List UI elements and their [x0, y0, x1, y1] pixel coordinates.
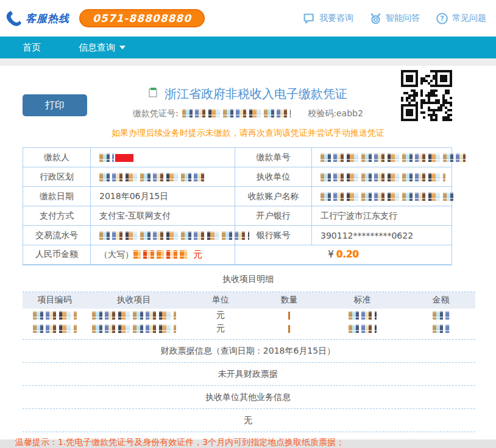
faq-label: 常见问题: [452, 13, 486, 24]
redacted-cell: [87, 322, 181, 335]
redacted-value: [321, 173, 445, 181]
unit-value: 元: [181, 309, 260, 322]
content: 打印 浙江省政府非税收入电子缴款凭证 缴款凭证号: 校验码:eabb2 如果办理…: [0, 66, 496, 439]
info-area: 财政票据信息（查询日期：2018年6月15日）未开具财政票据执收单位其他业务信息…: [0, 340, 496, 432]
field-value: 390112*********0622: [312, 226, 452, 245]
field-label: 开户银行: [235, 206, 312, 226]
voucher-no-label: 缴款凭证号:: [133, 108, 179, 118]
table-row: 人民币金额（大写）元¥0.20: [23, 245, 452, 265]
redacted-cell: [23, 309, 87, 322]
chevron-down-icon: [119, 46, 126, 49]
detail-column-header: 单位: [181, 292, 260, 309]
redacted-cell: [318, 309, 406, 322]
field-value: 工行宁波市江东支行: [312, 206, 452, 226]
detail-table: 项目编码执收项目单位数量标准金额 元元: [23, 292, 475, 335]
field-value: [91, 148, 235, 167]
nav-item-info-query[interactable]: 信息查询: [79, 42, 126, 54]
smart-qa-link[interactable]: 智能问答: [369, 12, 420, 25]
page: 客服热线 0571-88808880 我要咨询 智能问答: [0, 0, 496, 448]
robot-icon: [369, 12, 382, 25]
table-row: 支付方式支付宝-互联网支付开户银行工行宁波市江东支行: [23, 206, 452, 226]
chat-icon: [303, 12, 316, 25]
question-icon: ?: [436, 12, 448, 25]
info-row: 执收单位其他业务信息: [0, 386, 496, 408]
payment-table: 缴款人缴款单号行政区划执收单位缴款日期2018年06月15日收款账户名称支付方式…: [23, 147, 452, 265]
unit-value: 元: [181, 322, 260, 335]
field-value: 2018年06月15日: [91, 187, 235, 206]
redacted-cell: [406, 322, 475, 335]
field-label: 缴款人: [23, 148, 91, 167]
tip-text: 温馨提示：1.凭电子缴款凭证号及身份有效证件，3个月内可到指定地点换取纸质票据；: [15, 437, 496, 448]
amount-value: ¥0.20: [235, 245, 452, 265]
redacted-cell: [260, 309, 318, 322]
detail-header-row: 项目编码执收项目单位数量标准金额: [23, 292, 475, 309]
redacted-cell: [87, 309, 181, 322]
receipt-icon: [149, 87, 158, 97]
detail-column-header: 标准: [318, 292, 406, 309]
table-row: 缴款人缴款单号: [23, 148, 452, 167]
field-label: 缴款单号: [235, 148, 312, 167]
field-value: 支付宝-互联网支付: [91, 206, 235, 226]
nav-info-query-label: 信息查询: [79, 42, 115, 54]
field-value: [312, 167, 452, 187]
field-label: 收款账户名称: [235, 187, 312, 206]
consult-link[interactable]: 我要咨询: [303, 12, 353, 25]
hotline-label: 客服热线: [26, 12, 69, 26]
smart-qa-label: 智能问答: [386, 13, 420, 24]
detail-column-header: 项目编码: [23, 292, 87, 309]
detail-section-title: 执收项目明细: [0, 274, 496, 286]
phone-icon: [5, 10, 22, 27]
nav-home-label: 首页: [23, 42, 41, 54]
field-value: [91, 226, 235, 245]
field-label: 支付方式: [23, 206, 91, 226]
table-row: 交易流水号银行账号390112*********0622: [23, 226, 452, 245]
redacted-value: [321, 192, 453, 201]
field-label: 执收单位: [235, 167, 312, 187]
detail-row: 元: [23, 309, 475, 322]
redacted-value: [99, 173, 207, 181]
dashed-divider: [23, 432, 475, 432]
check-code: 校验码:eabb2: [308, 108, 363, 118]
voucher-no-redacted: [182, 109, 291, 117]
faq-link[interactable]: ? 常见问题: [436, 12, 486, 25]
redacted-cell: [406, 309, 475, 322]
table-row: 行政区划执收单位: [23, 167, 452, 187]
hotline: 客服热线 0571-88808880: [5, 9, 205, 27]
field-value: [312, 148, 452, 167]
redacted-cell: [318, 322, 406, 335]
qr-code: [399, 67, 454, 127]
field-label: 人民币金额: [23, 245, 91, 265]
redacted-cell: [23, 322, 87, 335]
redacted-value: [99, 231, 249, 240]
hotline-number: 0571-88808880: [79, 9, 205, 27]
nav-item-home[interactable]: 首页: [23, 42, 41, 54]
info-row: 无: [0, 409, 496, 432]
print-button[interactable]: 打印: [23, 94, 87, 116]
consult-label: 我要咨询: [319, 13, 353, 24]
redacted-value: [133, 250, 190, 259]
page-title: 浙江省政府非税收入电子缴款凭证: [165, 86, 347, 101]
detail-column-header: 执收项目: [87, 292, 181, 309]
table-row: 缴款日期2018年06月15日收款账户名称: [23, 187, 452, 206]
header-links: 我要咨询 智能问答 ? 常见问题: [303, 12, 486, 25]
field-value: [91, 167, 235, 187]
top-header: 客服热线 0571-88808880 我要咨询 智能问答: [0, 0, 496, 37]
warning-text: 如果办理后续业务时提示未缴款，请再次查询该凭证并尝试手动推送凭证: [0, 128, 496, 140]
svg-text:?: ?: [440, 14, 444, 23]
redacted-cell: [260, 322, 318, 335]
info-row: 未开具财政票据: [0, 363, 496, 385]
field-value: （大写）元: [91, 245, 235, 265]
redacted-value: [115, 154, 133, 162]
nav-bar: 首页 信息查询: [0, 37, 496, 58]
detail-row: 元: [23, 322, 475, 335]
detail-column-header: 金额: [406, 292, 475, 309]
divider-strip: [0, 58, 496, 66]
redacted-value: [321, 153, 466, 162]
info-row: 财政票据信息（查询日期：2018年6月15日）: [0, 340, 496, 362]
detail-column-header: 数量: [260, 292, 318, 309]
field-label: 交易流水号: [23, 226, 91, 245]
field-value: [312, 187, 452, 206]
field-label: 行政区划: [23, 167, 91, 187]
field-label: 缴款日期: [23, 187, 91, 206]
